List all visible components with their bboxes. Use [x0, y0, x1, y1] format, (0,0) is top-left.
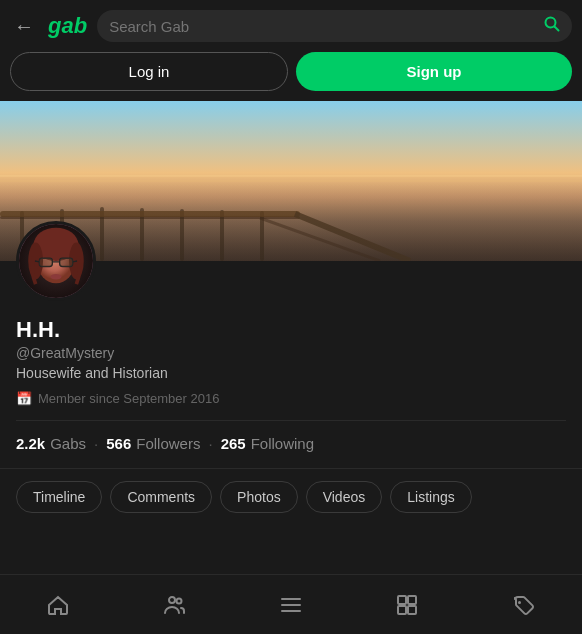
avatar-wrap — [16, 221, 566, 301]
tab-timeline[interactable]: Timeline — [16, 481, 102, 513]
followers-count: 566 — [106, 435, 131, 452]
following-count: 265 — [221, 435, 246, 452]
calendar-icon: 📅 — [16, 391, 32, 406]
tab-comments[interactable]: Comments — [110, 481, 212, 513]
svg-line-25 — [35, 261, 40, 262]
tab-videos[interactable]: Videos — [306, 481, 383, 513]
tab-photos[interactable]: Photos — [220, 481, 298, 513]
svg-rect-5 — [0, 216, 300, 219]
svg-rect-35 — [398, 596, 406, 604]
auth-row: Log in Sign up — [0, 52, 582, 101]
profile-section: H.H. @GreatMystery Housewife and Histori… — [0, 261, 582, 468]
tab-listings[interactable]: Listings — [390, 481, 471, 513]
home-nav-icon[interactable] — [38, 585, 78, 625]
avatar — [16, 221, 96, 301]
followers-label: Followers — [136, 435, 200, 452]
profile-tabs: Timeline Comments Photos Videos Listings — [0, 468, 582, 525]
back-button[interactable]: ← — [10, 11, 38, 42]
login-button[interactable]: Log in — [10, 52, 288, 91]
tag-nav-icon[interactable] — [504, 585, 544, 625]
bottom-navigation — [0, 574, 582, 634]
gabs-label: Gabs — [50, 435, 86, 452]
display-name: H.H. — [16, 317, 566, 343]
search-input[interactable] — [109, 18, 536, 35]
gab-logo: gab — [48, 13, 87, 39]
svg-point-30 — [169, 597, 175, 603]
svg-rect-27 — [39, 258, 52, 266]
svg-line-1 — [555, 27, 559, 31]
grid-nav-icon[interactable] — [387, 585, 427, 625]
svg-point-39 — [518, 601, 521, 604]
svg-rect-28 — [60, 258, 73, 266]
search-bar[interactable] — [97, 10, 572, 42]
stats-row: 2.2k Gabs · 566 Followers · 265 Followin… — [16, 420, 566, 452]
signup-button[interactable]: Sign up — [296, 52, 572, 91]
username: @GreatMystery — [16, 345, 566, 361]
following-label: Following — [251, 435, 314, 452]
svg-line-26 — [73, 261, 78, 262]
followers-stat[interactable]: 566 Followers — [106, 435, 200, 452]
list-nav-icon[interactable] — [271, 585, 311, 625]
dot-separator-1: · — [94, 435, 98, 452]
top-navigation: ← gab — [0, 0, 582, 52]
dot-separator-2: · — [208, 435, 212, 452]
svg-point-31 — [176, 598, 181, 603]
svg-rect-38 — [408, 606, 416, 614]
member-since: 📅 Member since September 2016 — [16, 391, 566, 406]
gabs-stat[interactable]: 2.2k Gabs — [16, 435, 86, 452]
svg-point-29 — [50, 274, 61, 280]
bio: Housewife and Historian — [16, 365, 566, 381]
people-nav-icon[interactable] — [155, 585, 195, 625]
svg-rect-37 — [398, 606, 406, 614]
search-icon[interactable] — [544, 16, 560, 36]
gabs-count: 2.2k — [16, 435, 45, 452]
svg-rect-13 — [0, 211, 300, 217]
following-stat[interactable]: 265 Following — [221, 435, 314, 452]
svg-rect-36 — [408, 596, 416, 604]
